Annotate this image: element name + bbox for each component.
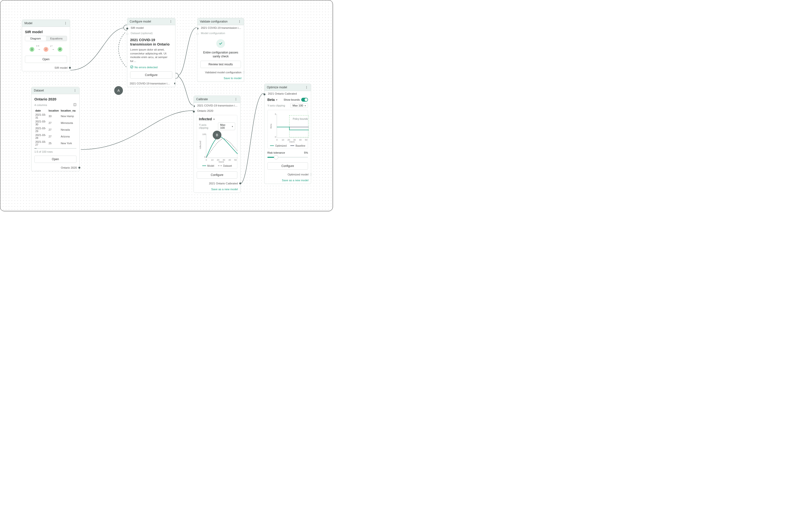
svg-point-13 [75,90,75,91]
optimize-configure-button[interactable]: Configure [267,162,308,170]
port-in[interactable] [126,28,128,30]
table-row: 2021-03-3027Minnesota [34,119,77,126]
svg-text:Days: Days [219,161,224,163]
col-header: location [48,108,60,113]
svg-point-7 [171,22,171,23]
dataset-row-note: 1-5 of 100 rows [34,150,77,153]
more-icon[interactable] [169,20,173,24]
more-icon[interactable] [238,20,241,24]
sir-diagram: S →b S I →y I R [25,44,67,56]
svg-point-11 [239,22,240,23]
table-row: 2021-03-2827Arizona [34,133,77,140]
annotation-badge-a: A [114,86,123,95]
svg-point-4 [65,24,66,24]
save-as-new-model-link[interactable]: Save as a new model [211,188,238,191]
validate-pass-message: Entire configuration passes sanity check [200,51,241,58]
node-configure-model[interactable]: Configure model SIR model Dataset (optio… [127,18,175,87]
port-out[interactable] [174,83,175,84]
svg-point-9 [239,20,240,21]
yclip-label: Y-axis clipping [199,123,216,129]
node-model[interactable]: Model SIR model Diagram Equations S →b S… [22,20,70,72]
optimize-in-label: 2021 Ontario Caibrated [268,92,297,95]
check-badge-icon [216,39,225,48]
node-configure-title: Configure model [130,20,151,23]
annotation-badge-b-label: B [216,133,218,137]
in-config-label: 2021 COVID-19 transmission in Onta… [201,26,241,29]
variable-select[interactable]: Beta ▾ [267,98,277,102]
svg-point-10 [239,21,240,22]
svg-point-2 [65,22,66,23]
show-bounds-toggle[interactable] [301,98,308,102]
no-errors-label: No errors detected [135,66,157,69]
port-in[interactable] [263,93,265,95]
validate-output-label: Validated model configuration [205,71,241,74]
review-results-button[interactable]: Review test results [200,61,241,68]
svg-point-17 [236,98,236,98]
more-icon[interactable] [73,89,77,92]
port-out[interactable] [78,167,80,169]
columns-icon[interactable] [73,103,77,107]
tab-diagram[interactable]: Diagram [25,36,46,41]
dataset-col-count: 4 columns [34,104,47,107]
svg-text:10: 10 [211,159,214,161]
risk-value: 5% [304,151,308,154]
open-dataset-button[interactable]: Open [34,155,77,163]
port-out[interactable] [69,67,71,69]
save-as-new-model-link[interactable]: Save as a new model [282,179,309,182]
svg-text:0: 0 [204,155,205,158]
more-icon[interactable] [64,21,67,25]
svg-text:Policy bounds: Policy bounds [293,118,308,120]
tab-equations[interactable]: Equations [46,36,67,41]
port-out[interactable] [239,182,241,184]
sir-node-i: I [44,47,49,52]
annotation-badge-b: B [213,131,222,139]
configure-button[interactable]: Configure [130,72,172,79]
node-calibrate-title: Calibrate [196,97,208,101]
svg-point-12 [75,89,75,90]
chevron-down-icon: ▾ [213,118,214,120]
port-in[interactable] [193,111,195,113]
port-in[interactable] [194,105,195,107]
chevron-down-icon: ▾ [232,125,233,128]
calibrate-configure-button[interactable]: Configure [197,171,237,178]
node-optimize-title: Optimize model [267,86,287,89]
check-icon [130,65,133,69]
yclip-select[interactable]: Max 100 ▾ [218,122,235,130]
save-to-model-link[interactable]: Save to model [224,77,241,80]
in-dataset-label: Dataset (optional) [130,32,153,35]
svg-text:50: 50 [305,138,308,141]
node-optimize-model[interactable]: Optimize model 2021 Ontario Caibrated Be… [264,84,311,184]
model-output-label: SIR model [54,66,67,69]
yclip-label: Y-axis clipping [267,104,285,107]
port-in[interactable] [197,28,198,30]
optimize-chart: Beta 5 0 Policy bounds 0 10 20 30 40 50 … [267,110,308,149]
port-out[interactable] [310,173,312,175]
svg-point-14 [75,91,75,92]
port-out[interactable] [243,72,245,73]
svg-point-3 [65,23,66,24]
svg-text:Days: Days [289,140,295,143]
model-view-tabs[interactable]: Diagram Equations [25,36,67,41]
node-calibrate[interactable]: Calibrate 2021 COVID-19 transmission in … [194,95,240,193]
port-in-optional[interactable] [197,33,198,35]
variable-select[interactable]: Infected ▾ [199,117,235,121]
open-model-button[interactable]: Open [25,56,67,63]
yclip-select[interactable]: Max 100 ▾ [290,103,308,108]
port-in-optional[interactable] [126,33,128,35]
more-icon[interactable] [234,97,238,101]
optimize-output-label: Optimized model [288,173,309,176]
node-dataset[interactable]: Dataset Ontario 2020 4 columns date loca… [31,87,80,171]
config-title: 2021 COVID-19 transmission in Ontario [130,38,172,47]
dataset-preview-table: date location location_na 2021-03-3133Ne… [34,108,77,147]
calibrate-output-label: 2021 Ontario Caibrated [209,182,238,185]
workflow-canvas[interactable]: A Model SIR model Diagram Equations S →b… [0,0,333,211]
calibrate-in-config: 2021 COVID-19 transmission in Onta… [197,104,238,107]
in-model-label: SIR model [130,26,144,29]
node-validate-configuration[interactable]: Validate configuration 2021 COVID-19 tra… [197,18,244,82]
more-icon[interactable] [304,85,309,89]
risk-slider[interactable] [267,155,308,160]
calibrate-chart: Infected ▾ Y-axis clipping Max 100 ▾ Inf… [197,115,237,169]
svg-point-6 [171,21,171,22]
model-name: SIR model [25,30,67,34]
config-description: Lorem ipsum dolor sit amet, consectetur … [130,48,172,63]
